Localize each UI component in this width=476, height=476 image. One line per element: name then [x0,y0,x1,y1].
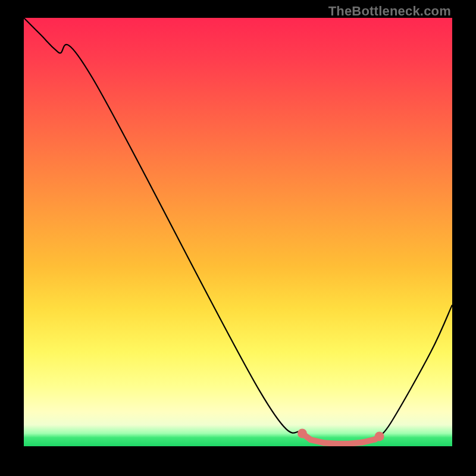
valley-marker-dot [321,440,327,446]
chart-svg [24,18,452,446]
chart-area [24,18,452,446]
watermark-text: TheBottleneck.com [328,4,451,19]
valley-marker-dot [308,437,314,443]
valley-marker-line [302,433,380,443]
valley-marker-dot [359,440,365,446]
bottleneck-curve [24,18,452,444]
valley-marker-dot [298,428,307,438]
valley-marker-dot [375,431,384,441]
